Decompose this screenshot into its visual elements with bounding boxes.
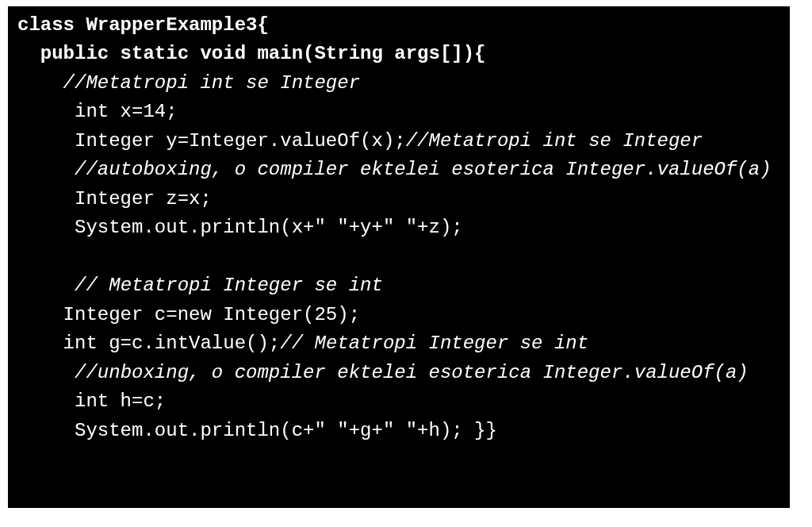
code-line-5: Integer y=Integer.valueOf(x);//Metatropi… bbox=[17, 127, 780, 156]
code-line-6: //autoboxing, o compiler ektelei esoteri… bbox=[17, 156, 780, 184]
comment: //autoboxing, o compiler ektelei esoteri… bbox=[75, 159, 772, 180]
code-line-11: Integer c=new Integer(25); bbox=[17, 301, 780, 329]
comment: //unboxing, o compiler ektelei esoterica… bbox=[75, 362, 749, 383]
code-block: class WrapperExample3{ public static voi… bbox=[6, 5, 791, 510]
code-line-3: //Metatropi int se Integer bbox=[17, 69, 780, 98]
code-line-1: class WrapperExample3{ bbox=[17, 11, 780, 40]
code-line-14: int h=c; bbox=[17, 387, 780, 416]
code-line-12: int g=c.intValue();// Metatropi Integer … bbox=[17, 329, 780, 358]
code-line-8: System.out.println(x+" "+y+" "+z); bbox=[17, 213, 780, 242]
code-line-9 bbox=[17, 243, 780, 271]
code-line-4: int x=14; bbox=[17, 98, 780, 126]
code-line-10: // Metatropi Integer se int bbox=[17, 271, 780, 300]
comment: // Metatropi Integer se int bbox=[75, 275, 383, 296]
code-line-15: System.out.println(c+" "+g+" "+h); }} bbox=[17, 417, 780, 445]
comment: //Metatropi int se Integer bbox=[406, 130, 703, 152]
comment: //Metatropi int se Integer bbox=[63, 72, 360, 94]
comment: // Metatropi Integer se int bbox=[280, 333, 588, 354]
code-line-2: public static void main(String args[]){ bbox=[17, 40, 780, 68]
code-line-13: //unboxing, o compiler ektelei esoterica… bbox=[17, 359, 780, 387]
code-line-7: Integer z=x; bbox=[17, 185, 780, 213]
